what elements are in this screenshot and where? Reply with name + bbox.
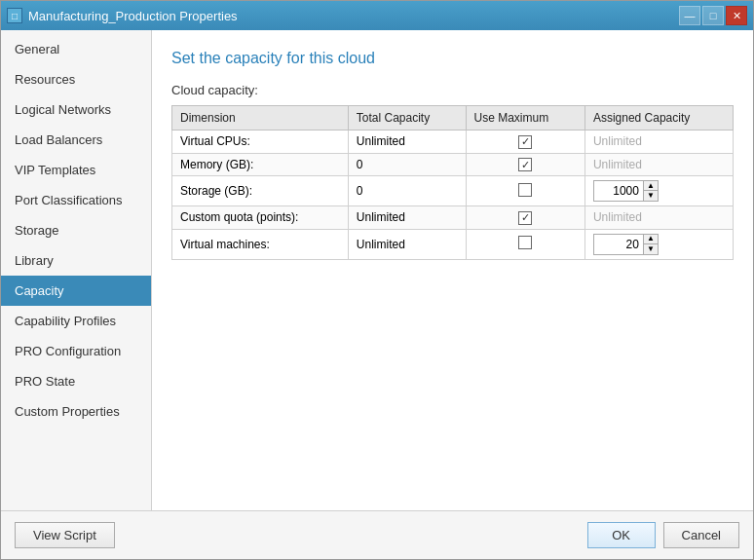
assigned-capacity-cell: ▲▼ [584,229,733,259]
sidebar-item-logical-networks[interactable]: Logical Networks [1,94,151,125]
dimension-cell: Virtual machines: [172,229,349,259]
total-capacity-cell: 0 [348,176,466,206]
minimize-button[interactable]: — [679,6,700,25]
col-assigned-capacity: Assigned Capacity [584,106,733,131]
use-maximum-cell [466,206,584,230]
total-capacity-cell: 0 [348,153,466,176]
table-row: Memory (GB):0Unlimited [172,153,734,176]
sidebar-item-vip-templates[interactable]: VIP Templates [1,155,151,185]
spinbox-input[interactable] [594,183,643,199]
footer-left: View Script [15,522,115,548]
sidebar-item-resources[interactable]: Resources [1,64,151,94]
cancel-button[interactable]: Cancel [663,522,739,548]
table-row: Virtual machines:Unlimited▲▼ [172,229,734,259]
dimension-cell: Memory (GB): [172,153,349,176]
spinbox-down-button[interactable]: ▼ [644,244,658,254]
table-row: Virtual CPUs:UnlimitedUnlimited [172,131,734,154]
table-row: Custom quota (points):UnlimitedUnlimited [172,206,734,230]
footer-right: OK Cancel [587,522,739,548]
use-maximum-cell [466,131,584,154]
title-bar: □ Manufacturing_Production Properties — … [1,1,753,30]
capacity-table: Dimension Total Capacity Use Maximum Ass… [171,105,734,260]
col-total-capacity: Total Capacity [348,106,466,131]
spinbox-down-button[interactable]: ▼ [644,191,658,201]
use-maximum-cell [466,229,584,259]
assigned-capacity-cell: Unlimited [584,206,733,230]
use-maximum-checkbox[interactable] [518,183,532,197]
sidebar-item-capacity[interactable]: Capacity [1,276,151,306]
total-capacity-cell: Unlimited [348,206,466,230]
app-icon: □ [7,8,22,23]
title-bar-controls: — □ ✕ [679,6,747,25]
maximize-button[interactable]: □ [702,6,724,25]
sidebar: GeneralResourcesLogical NetworksLoad Bal… [1,30,152,510]
dimension-cell: Storage (GB): [172,176,349,206]
use-maximum-checkbox[interactable] [518,158,532,171]
sidebar-item-general[interactable]: General [1,34,151,64]
spinbox: ▲▼ [593,180,659,202]
spinbox: ▲▼ [593,234,659,255]
sidebar-item-storage[interactable]: Storage [1,215,151,245]
assigned-capacity-cell: ▲▼ [584,176,733,206]
use-maximum-cell [466,153,584,176]
total-capacity-cell: Unlimited [348,229,466,259]
ok-button[interactable]: OK [587,522,656,548]
col-dimension: Dimension [172,106,349,131]
footer: View Script OK Cancel [1,510,753,559]
spinbox-input[interactable] [594,237,643,252]
use-maximum-checkbox[interactable] [518,236,532,249]
dialog-window: □ Manufacturing_Production Properties — … [0,0,754,560]
sidebar-item-library[interactable]: Library [1,245,151,276]
dimension-cell: Custom quota (points): [172,206,349,230]
sidebar-item-load-balancers[interactable]: Load Balancers [1,125,151,155]
title-bar-left: □ Manufacturing_Production Properties [7,8,238,23]
sidebar-item-custom-properties[interactable]: Custom Properties [1,396,151,427]
spinbox-up-button[interactable]: ▲ [644,181,658,191]
sidebar-item-pro-configuration[interactable]: PRO Configuration [1,336,151,366]
assigned-capacity-cell: Unlimited [584,153,733,176]
col-use-maximum: Use Maximum [466,106,584,131]
panel-title: Set the capacity for this cloud [171,50,734,67]
main-content: GeneralResourcesLogical NetworksLoad Bal… [1,30,753,510]
spinbox-up-button[interactable]: ▲ [644,235,658,244]
close-button[interactable]: ✕ [726,6,747,25]
view-script-button[interactable]: View Script [15,522,115,548]
cloud-capacity-label: Cloud capacity: [171,83,734,97]
use-maximum-checkbox[interactable] [518,211,532,225]
dimension-cell: Virtual CPUs: [172,131,349,154]
table-row: Storage (GB):0▲▼ [172,176,734,206]
use-maximum-cell [466,176,584,206]
sidebar-item-capability-profiles[interactable]: Capability Profiles [1,306,151,336]
sidebar-item-port-classifications[interactable]: Port Classifications [1,185,151,215]
assigned-capacity-cell: Unlimited [584,131,733,154]
right-panel: Set the capacity for this cloud Cloud ca… [152,30,753,510]
sidebar-items: GeneralResourcesLogical NetworksLoad Bal… [1,30,151,430]
total-capacity-cell: Unlimited [348,131,466,154]
sidebar-item-pro-state[interactable]: PRO State [1,366,151,396]
dialog-title: Manufacturing_Production Properties [28,9,238,23]
use-maximum-checkbox[interactable] [518,135,532,149]
